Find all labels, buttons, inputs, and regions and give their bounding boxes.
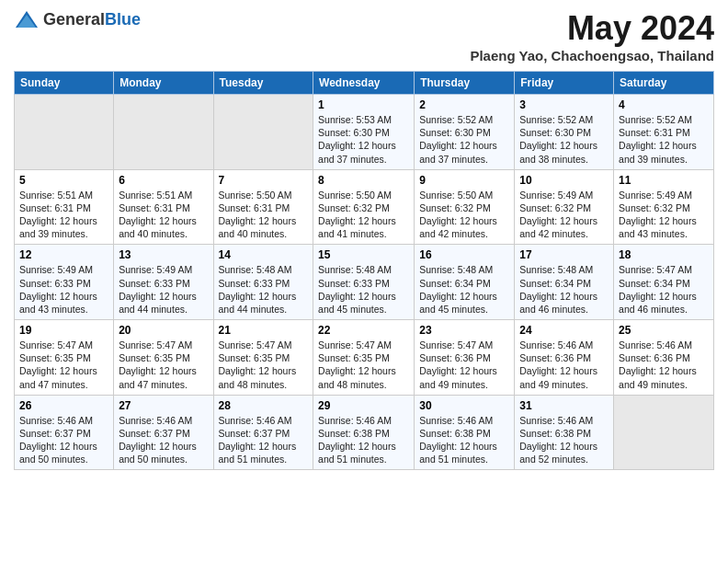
calendar-cell: 1Sunrise: 5:53 AMSunset: 6:30 PMDaylight… [313, 95, 415, 170]
calendar-cell: 13Sunrise: 5:49 AMSunset: 6:33 PMDayligh… [114, 245, 213, 320]
day-number: 9 [419, 174, 509, 187]
page-header: GeneralBlue May 2024 Plaeng Yao, Chachoe… [14, 9, 714, 63]
calendar-cell: 9Sunrise: 5:50 AMSunset: 6:32 PMDaylight… [415, 169, 515, 245]
cell-content: Sunrise: 5:49 AMSunset: 6:32 PMDaylight:… [619, 189, 709, 241]
logo-text-general: General [43, 10, 105, 29]
cell-content: Sunrise: 5:46 AMSunset: 6:38 PMDaylight:… [419, 414, 509, 466]
cell-content: Sunrise: 5:49 AMSunset: 6:33 PMDaylight:… [19, 263, 108, 316]
day-number: 18 [619, 248, 709, 261]
day-number: 25 [619, 324, 709, 337]
cell-content: Sunrise: 5:47 AMSunset: 6:36 PMDaylight:… [419, 339, 509, 391]
calendar-week-row: 5Sunrise: 5:51 AMSunset: 6:31 PMDaylight… [15, 169, 714, 245]
calendar-cell: 29Sunrise: 5:46 AMSunset: 6:38 PMDayligh… [313, 395, 415, 470]
cell-content: Sunrise: 5:50 AMSunset: 6:31 PMDaylight:… [219, 189, 309, 241]
logo-icon [14, 9, 40, 29]
logo-text-blue: Blue [105, 10, 141, 29]
calendar-cell: 30Sunrise: 5:46 AMSunset: 6:38 PMDayligh… [415, 395, 515, 470]
cell-content: Sunrise: 5:53 AMSunset: 6:30 PMDaylight:… [318, 113, 409, 166]
day-number: 11 [619, 174, 709, 187]
calendar-cell: 28Sunrise: 5:46 AMSunset: 6:37 PMDayligh… [213, 395, 313, 470]
calendar-cell: 31Sunrise: 5:46 AMSunset: 6:38 PMDayligh… [515, 395, 614, 470]
day-number: 1 [318, 98, 409, 111]
day-number: 31 [519, 399, 609, 412]
day-number: 7 [219, 174, 309, 187]
cell-content: Sunrise: 5:52 AMSunset: 6:30 PMDaylight:… [519, 113, 609, 166]
cell-content: Sunrise: 5:48 AMSunset: 6:34 PMDaylight:… [519, 263, 609, 316]
day-number: 4 [619, 98, 709, 111]
calendar-cell: 25Sunrise: 5:46 AMSunset: 6:36 PMDayligh… [614, 320, 714, 396]
calendar-cell: 27Sunrise: 5:46 AMSunset: 6:37 PMDayligh… [114, 395, 213, 470]
day-number: 27 [119, 399, 208, 412]
calendar-cell: 5Sunrise: 5:51 AMSunset: 6:31 PMDaylight… [15, 169, 114, 245]
calendar-week-row: 19Sunrise: 5:47 AMSunset: 6:35 PMDayligh… [15, 320, 714, 396]
cell-content: Sunrise: 5:52 AMSunset: 6:30 PMDaylight:… [419, 113, 509, 166]
day-number: 19 [19, 324, 108, 337]
cell-content: Sunrise: 5:50 AMSunset: 6:32 PMDaylight:… [419, 189, 509, 241]
day-number: 30 [419, 399, 509, 412]
day-number: 12 [19, 248, 108, 261]
weekday-header-thursday: Thursday [415, 72, 515, 95]
day-number: 10 [519, 174, 609, 187]
calendar-table: SundayMondayTuesdayWednesdayThursdayFrid… [14, 71, 714, 470]
title-area: May 2024 Plaeng Yao, Chachoengsao, Thail… [470, 9, 714, 63]
calendar-cell: 11Sunrise: 5:49 AMSunset: 6:32 PMDayligh… [614, 169, 714, 245]
calendar-cell: 10Sunrise: 5:49 AMSunset: 6:32 PMDayligh… [515, 169, 614, 245]
weekday-header-friday: Friday [515, 72, 614, 95]
calendar-cell: 15Sunrise: 5:48 AMSunset: 6:33 PMDayligh… [313, 245, 415, 320]
cell-content: Sunrise: 5:49 AMSunset: 6:32 PMDaylight:… [519, 189, 609, 241]
cell-content: Sunrise: 5:47 AMSunset: 6:35 PMDaylight:… [219, 339, 309, 391]
day-number: 14 [219, 248, 309, 261]
cell-content: Sunrise: 5:47 AMSunset: 6:34 PMDaylight:… [619, 263, 709, 316]
day-number: 17 [519, 248, 609, 261]
calendar-cell: 26Sunrise: 5:46 AMSunset: 6:37 PMDayligh… [15, 395, 114, 470]
cell-content: Sunrise: 5:49 AMSunset: 6:33 PMDaylight:… [119, 263, 208, 316]
weekday-header-wednesday: Wednesday [313, 72, 415, 95]
calendar-cell: 20Sunrise: 5:47 AMSunset: 6:35 PMDayligh… [114, 320, 213, 396]
calendar-cell [213, 95, 313, 170]
calendar-cell: 12Sunrise: 5:49 AMSunset: 6:33 PMDayligh… [15, 245, 114, 320]
weekday-header-sunday: Sunday [15, 72, 114, 95]
cell-content: Sunrise: 5:47 AMSunset: 6:35 PMDaylight:… [19, 339, 108, 391]
calendar-week-row: 12Sunrise: 5:49 AMSunset: 6:33 PMDayligh… [15, 245, 714, 320]
cell-content: Sunrise: 5:46 AMSunset: 6:36 PMDaylight:… [519, 339, 609, 391]
calendar-cell: 16Sunrise: 5:48 AMSunset: 6:34 PMDayligh… [415, 245, 515, 320]
weekday-header-saturday: Saturday [614, 72, 714, 95]
day-number: 8 [318, 174, 409, 187]
day-number: 15 [318, 248, 409, 261]
cell-content: Sunrise: 5:46 AMSunset: 6:37 PMDaylight:… [119, 414, 208, 466]
calendar-cell [614, 395, 714, 470]
calendar-cell: 19Sunrise: 5:47 AMSunset: 6:35 PMDayligh… [15, 320, 114, 396]
day-number: 23 [419, 324, 509, 337]
calendar-cell [15, 95, 114, 170]
cell-content: Sunrise: 5:48 AMSunset: 6:34 PMDaylight:… [419, 263, 509, 316]
day-number: 21 [219, 324, 309, 337]
cell-content: Sunrise: 5:46 AMSunset: 6:37 PMDaylight:… [219, 414, 309, 466]
day-number: 5 [19, 174, 108, 187]
cell-content: Sunrise: 5:46 AMSunset: 6:36 PMDaylight:… [619, 339, 709, 391]
calendar-cell: 7Sunrise: 5:50 AMSunset: 6:31 PMDaylight… [213, 169, 313, 245]
calendar-cell: 24Sunrise: 5:46 AMSunset: 6:36 PMDayligh… [515, 320, 614, 396]
calendar-week-row: 26Sunrise: 5:46 AMSunset: 6:37 PMDayligh… [15, 395, 714, 470]
logo: GeneralBlue [14, 9, 141, 29]
day-number: 6 [119, 174, 208, 187]
cell-content: Sunrise: 5:48 AMSunset: 6:33 PMDaylight:… [219, 263, 309, 316]
calendar-cell: 17Sunrise: 5:48 AMSunset: 6:34 PMDayligh… [515, 245, 614, 320]
calendar-cell: 22Sunrise: 5:47 AMSunset: 6:35 PMDayligh… [313, 320, 415, 396]
weekday-header-tuesday: Tuesday [213, 72, 313, 95]
calendar-cell: 14Sunrise: 5:48 AMSunset: 6:33 PMDayligh… [213, 245, 313, 320]
day-number: 2 [419, 98, 509, 111]
subtitle: Plaeng Yao, Chachoengsao, Thailand [470, 48, 714, 63]
calendar-cell: 21Sunrise: 5:47 AMSunset: 6:35 PMDayligh… [213, 320, 313, 396]
day-number: 3 [519, 98, 609, 111]
cell-content: Sunrise: 5:46 AMSunset: 6:38 PMDaylight:… [519, 414, 609, 466]
day-number: 26 [19, 399, 108, 412]
cell-content: Sunrise: 5:51 AMSunset: 6:31 PMDaylight:… [19, 189, 108, 241]
calendar-cell: 2Sunrise: 5:52 AMSunset: 6:30 PMDaylight… [415, 95, 515, 170]
calendar-cell [114, 95, 213, 170]
cell-content: Sunrise: 5:51 AMSunset: 6:31 PMDaylight:… [119, 189, 208, 241]
calendar-cell: 18Sunrise: 5:47 AMSunset: 6:34 PMDayligh… [614, 245, 714, 320]
cell-content: Sunrise: 5:47 AMSunset: 6:35 PMDaylight:… [318, 339, 409, 391]
calendar-cell: 8Sunrise: 5:50 AMSunset: 6:32 PMDaylight… [313, 169, 415, 245]
day-number: 13 [119, 248, 208, 261]
cell-content: Sunrise: 5:46 AMSunset: 6:37 PMDaylight:… [19, 414, 108, 466]
